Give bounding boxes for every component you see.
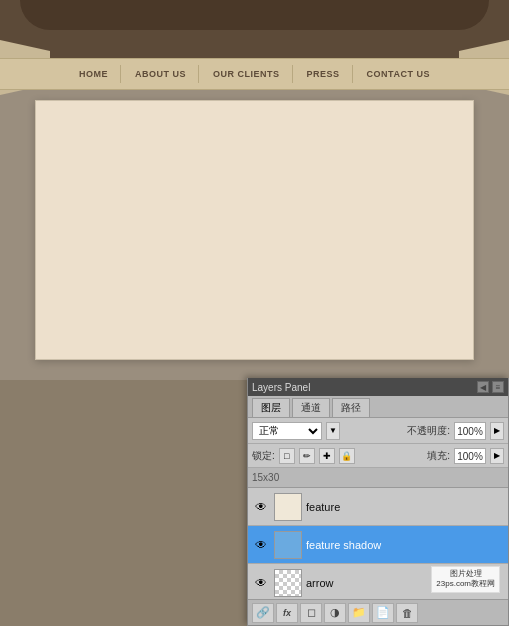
panel-title: Layers Panel	[252, 382, 310, 393]
opacity-arrow[interactable]: ▶	[490, 422, 504, 440]
layers-panel: Layers Panel ◀ ≡ 图层 通道 路径 正常 ▼ 不透明度: 100…	[247, 378, 509, 626]
mask-button[interactable]: ◻	[300, 603, 322, 623]
panel-collapse-btn[interactable]: ◀	[477, 381, 489, 393]
layer-arrow-thumb	[274, 569, 302, 597]
layer-feature-name: feature	[306, 501, 504, 513]
lock-paint-btn[interactable]: ✏	[299, 448, 315, 464]
lock-row: 锁定: □ ✏ ✚ 🔒 填充: 100% ▶	[248, 444, 508, 468]
layer-arrow-visibility[interactable]: 👁	[252, 574, 270, 592]
nav-clients[interactable]: OUR CLIENTS	[201, 65, 293, 83]
panel-tabs: 图层 通道 路径	[248, 396, 508, 418]
eye-icon: 👁	[255, 500, 267, 514]
lock-move-btn[interactable]: ✚	[319, 448, 335, 464]
nav-press[interactable]: PRESS	[295, 65, 353, 83]
fill-arrow[interactable]: ▶	[490, 448, 504, 464]
blend-mode-select[interactable]: 正常	[252, 422, 322, 440]
panel-options-row: 正常 ▼ 不透明度: 100% ▶	[248, 418, 508, 444]
logo-arch	[20, 0, 489, 30]
watermark-line2: 23ps.com教程网	[436, 579, 495, 588]
delete-layer-button[interactable]: 🗑	[396, 603, 418, 623]
content-area	[35, 100, 474, 360]
tab-layers[interactable]: 图层	[252, 398, 290, 417]
panel-titlebar: Layers Panel ◀ ≡	[248, 378, 508, 396]
lock-label: 锁定:	[252, 449, 275, 463]
adjustment-button[interactable]: ◑	[324, 603, 346, 623]
website-preview: HOME ABOUT US OUR CLIENTS PRESS CONTACT …	[0, 0, 509, 380]
layer-separator: 15x30	[248, 468, 508, 488]
layer-feature-shadow-thumb	[274, 531, 302, 559]
opacity-value: 100%	[454, 422, 486, 440]
panel-toolbar: 🔗 fx ◻ ◑ 📁 📄 🗑	[248, 599, 508, 625]
lock-all-btn[interactable]: 🔒	[339, 448, 355, 464]
panel-controls: ◀ ≡	[477, 381, 504, 393]
lock-transparent-btn[interactable]: □	[279, 448, 295, 464]
fx-button[interactable]: fx	[276, 603, 298, 623]
layer-feature-shadow[interactable]: 👁 feature shadow	[248, 526, 508, 564]
watermark-line1: 图片处理	[450, 569, 482, 578]
layer-feature[interactable]: 👁 feature	[248, 488, 508, 526]
link-button[interactable]: 🔗	[252, 603, 274, 623]
nav-about[interactable]: ABOUT US	[123, 65, 199, 83]
separator-label: 15x30	[252, 472, 279, 483]
nav-bar: HOME ABOUT US OUR CLIENTS PRESS CONTACT …	[0, 58, 509, 90]
opacity-label: 不透明度:	[407, 424, 450, 438]
eye-icon-3: 👁	[255, 576, 267, 590]
layer-feature-thumb	[274, 493, 302, 521]
nav-contact[interactable]: CONTACT US	[355, 65, 442, 83]
blend-mode-arrow[interactable]: ▼	[326, 422, 340, 440]
layer-arrow[interactable]: 👁 arrow 图片处理 23ps.com教程网	[248, 564, 508, 599]
layer-arrow-watermark: 图片处理 23ps.com教程网	[431, 566, 500, 593]
tab-paths[interactable]: 路径	[332, 398, 370, 417]
new-layer-button[interactable]: 📄	[372, 603, 394, 623]
layer-feature-visibility[interactable]: 👁	[252, 498, 270, 516]
tab-channels[interactable]: 通道	[292, 398, 330, 417]
fill-value: 100%	[454, 448, 486, 464]
panel-menu-btn[interactable]: ≡	[492, 381, 504, 393]
eye-icon-2: 👁	[255, 538, 267, 552]
layer-feature-shadow-name: feature shadow	[306, 539, 504, 551]
layers-list: 👁 feature 👁 feature shadow 👁 arrow 图片处理 …	[248, 488, 508, 599]
group-button[interactable]: 📁	[348, 603, 370, 623]
layer-feature-shadow-visibility[interactable]: 👁	[252, 536, 270, 554]
nav-home[interactable]: HOME	[67, 65, 121, 83]
fill-label: 填充:	[427, 449, 450, 463]
